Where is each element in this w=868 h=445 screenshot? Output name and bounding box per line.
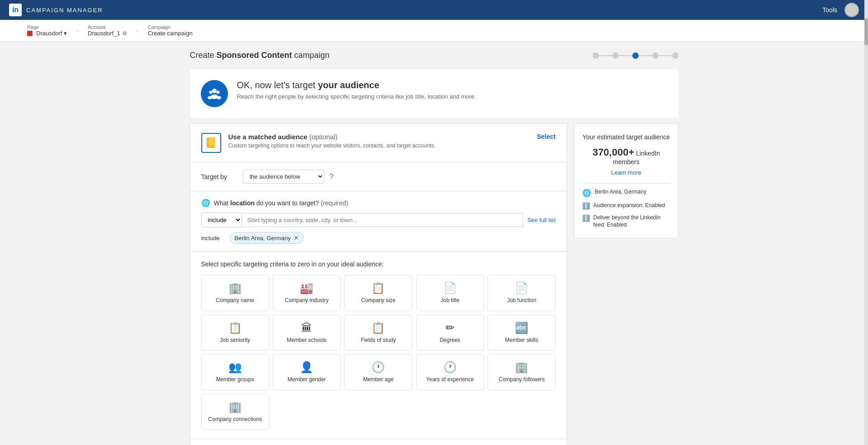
progress-indicator — [593, 52, 678, 59]
criteria-item-job-seniority[interactable]: 📋 Job seniority — [201, 315, 269, 351]
criteria-label: Member gender — [288, 376, 326, 383]
sidebar-divider — [582, 183, 671, 184]
criteria-item-company-industry[interactable]: 🏭 Company industry — [273, 275, 341, 311]
user-avatar[interactable] — [844, 3, 859, 17]
criteria-label: Company followers — [498, 376, 545, 383]
criteria-item-fields-of-study[interactable]: 📋 Fields of study — [344, 315, 412, 351]
account-value[interactable]: Drausdorf_1 ⚙ — [88, 30, 127, 37]
criteria-label: Degrees — [440, 337, 460, 344]
sidebar-count-wrapper: 370,000+ LinkedIn members — [582, 147, 671, 166]
linkedin-logo: in — [9, 4, 22, 16]
criteria-item-member-age[interactable]: 🕐 Member age — [344, 354, 412, 390]
page-dot — [27, 31, 33, 36]
target-by-section: Target by the audience below ? — [190, 162, 567, 191]
criteria-icon: 📋 — [228, 322, 242, 334]
criteria-icon: 🏭 — [300, 282, 313, 294]
globe-icon: 🌐 — [201, 199, 210, 207]
settings-icon[interactable]: ⚙ — [122, 30, 127, 37]
panel-wrapper: 📒 Use a matched audience (optional) Cust… — [190, 118, 678, 445]
progress-step-2 — [612, 52, 619, 59]
criteria-item-member-skills[interactable]: 🔤 Member skills — [488, 315, 555, 351]
learn-more-link[interactable]: Learn more — [582, 169, 671, 176]
matched-audience-title: Use a matched audience (optional) — [228, 133, 530, 141]
target-by-dropdown[interactable]: the audience below — [243, 170, 324, 184]
location-info-text: Berlin Area, Germany — [595, 188, 647, 196]
svg-point-0 — [212, 89, 217, 93]
audience-expansion-text: Audience expansion: Enabled — [593, 202, 665, 209]
target-by-label: Target by — [201, 173, 237, 180]
criteria-item-job-function[interactable]: 📄 Job function — [488, 275, 555, 311]
linkedin-logo-text: in — [12, 6, 19, 14]
criteria-item-member-schools[interactable]: 🏛 Member schools — [273, 315, 341, 351]
linkedin-network-section: Help my campaign reach more people in my… — [190, 439, 567, 445]
criteria-item-company-size[interactable]: 📋 Company size — [344, 275, 412, 311]
criteria-label: Member age — [363, 376, 394, 383]
target-heading: OK, now let's target your audience — [237, 80, 476, 90]
criteria-icon: 🔤 — [515, 322, 528, 334]
target-icon — [201, 80, 228, 107]
main-panel: 📒 Use a matched audience (optional) Cust… — [190, 123, 567, 445]
location-include-dropdown[interactable]: include exclude — [201, 213, 242, 227]
criteria-label: Job seniority — [220, 337, 250, 344]
criteria-label: Years of experience — [426, 376, 474, 383]
location-title: What location do you want to target? (re… — [214, 199, 348, 207]
matched-audience-desc: Custom targeting options to reach your w… — [228, 142, 530, 149]
target-audience-intro: OK, now let's target your audience Reach… — [190, 69, 678, 118]
location-input-row: include exclude See full list — [201, 213, 556, 227]
location-search-input[interactable] — [242, 213, 523, 227]
criteria-icon: 📄 — [443, 282, 457, 294]
account-label: Account — [88, 24, 127, 30]
criteria-item-degrees[interactable]: ✏ Degrees — [416, 315, 484, 351]
app-title: CAMPAIGN MANAGER — [26, 7, 103, 14]
tools-link[interactable]: Tools — [822, 6, 837, 14]
svg-point-2 — [216, 91, 219, 94]
criteria-icon: 🕐 — [443, 361, 457, 374]
criteria-icon: 🏢 — [228, 401, 242, 413]
criteria-label: Company industry — [285, 297, 329, 304]
page-value[interactable]: Drausdorf ▾ — [27, 30, 67, 37]
breadcrumb-page: Page Drausdorf ▾ — [27, 24, 67, 37]
svg-point-5 — [217, 96, 221, 99]
criteria-label: Job title — [441, 297, 459, 304]
criteria-label: Member skills — [505, 337, 538, 344]
location-section: 🌐 What location do you want to target? (… — [190, 191, 567, 251]
see-full-list-link[interactable]: See full list — [527, 217, 556, 223]
campaign-title: Create Sponsored Content campaign — [190, 51, 330, 60]
targeting-criteria-section: Select specific targeting criteria to ze… — [190, 251, 567, 439]
criteria-label: Fields of study — [361, 337, 396, 344]
criteria-item-company-connections[interactable]: 🏢 Company connections — [201, 394, 269, 430]
criteria-item-years-of-experience[interactable]: 🕐 Years of experience — [416, 354, 484, 390]
criteria-item-member-groups[interactable]: 👥 Member groups — [201, 354, 269, 390]
matched-audience-select-button[interactable]: Select — [537, 133, 555, 140]
scrollbar-track[interactable] — [864, 0, 868, 445]
svg-point-1 — [209, 91, 212, 94]
criteria-icon: 👥 — [228, 361, 242, 374]
criteria-item-job-title[interactable]: 📄 Job title — [416, 275, 484, 311]
remove-tag-button[interactable]: ✕ — [294, 234, 299, 241]
criteria-icon: 🏛 — [301, 322, 312, 334]
sidebar-card: Your estimated target audience 370,000+ … — [574, 123, 678, 238]
criteria-item-company-followers[interactable]: 🏢 Company followers — [488, 354, 555, 390]
target-text: OK, now let's target your audience Reach… — [237, 80, 476, 100]
criteria-item-company-name[interactable]: 🏢 Company name — [201, 275, 269, 311]
campaign-label: Campaign — [148, 24, 193, 30]
include-label: include — [201, 235, 226, 241]
criteria-item-member-gender[interactable]: 👤 Member gender — [273, 354, 341, 390]
progress-step-1 — [593, 52, 599, 59]
criteria-label: Member groups — [216, 376, 254, 383]
matched-audience-icon: 📒 — [201, 133, 221, 153]
audience-expansion-icon: ℹ️ — [582, 202, 590, 209]
breadcrumb-campaign: Campaign Create campaign — [148, 24, 193, 37]
criteria-icon: 📄 — [515, 282, 528, 294]
target-subtitle: Reach the right people by selecting spec… — [237, 93, 476, 100]
sidebar-member-count: 370,000+ — [593, 147, 634, 158]
criteria-icon: 📋 — [371, 322, 385, 334]
matched-audience-section: 📒 Use a matched audience (optional) Cust… — [190, 124, 567, 162]
progress-step-3 — [632, 52, 639, 59]
criteria-icon: 📋 — [371, 282, 385, 294]
criteria-grid: 🏢 Company name 🏭 Company industry 📋 Comp… — [201, 275, 556, 430]
sidebar-info-linkedin-feed: ℹ️ Deliver beyond the LinkedIn feed: Ena… — [582, 214, 671, 229]
criteria-label: Job function — [507, 297, 536, 304]
scrollbar-thumb[interactable] — [864, 18, 868, 45]
target-by-help-icon[interactable]: ? — [330, 173, 334, 181]
